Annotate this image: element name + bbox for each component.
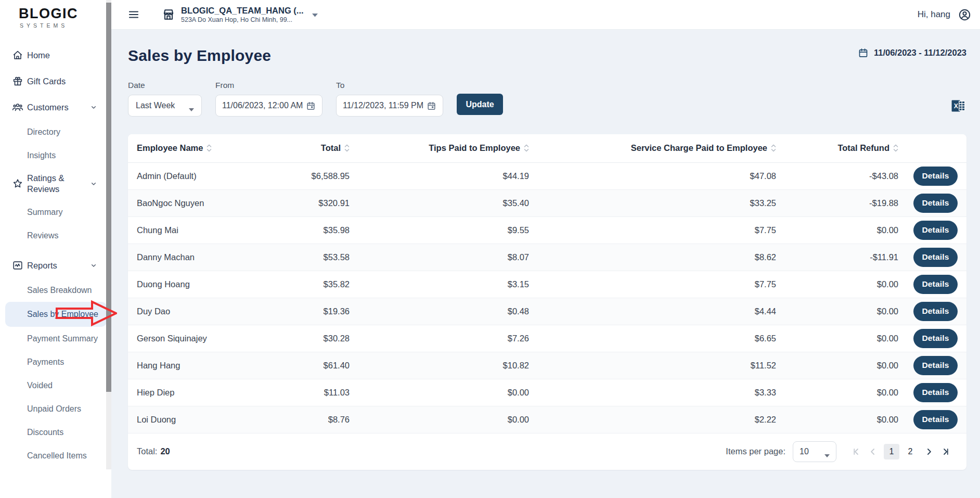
sidebar-item-reviews[interactable]: Reviews <box>0 224 111 247</box>
user-greeting: Hi, hang <box>918 9 950 20</box>
column-header-tips-paid-to-employee[interactable]: Tips Paid to Employee <box>352 134 531 162</box>
tips-cell: $44.19 <box>352 162 531 189</box>
sidebar-item-reports[interactable]: Reports <box>0 252 111 278</box>
table-body: Admin (Default)$6,588.95$44.19$47.08-$43… <box>128 162 966 433</box>
items-per-page-select[interactable]: 10 <box>793 441 836 462</box>
sidebar-item-directory[interactable]: Directory <box>0 120 111 144</box>
page-2[interactable]: 2 <box>902 444 918 459</box>
total-cell: $35.98 <box>274 216 352 244</box>
action-cell: Details <box>900 244 966 271</box>
sidebar-item-discounts[interactable]: Discounts <box>0 420 111 444</box>
details-button[interactable]: Details <box>913 221 958 240</box>
total-refund-cell: $0.00 <box>778 271 900 298</box>
export-excel-icon[interactable]: X <box>950 98 966 114</box>
details-button[interactable]: Details <box>913 356 958 375</box>
details-button[interactable]: Details <box>913 275 958 294</box>
column-header-employee-name[interactable]: Employee Name <box>128 134 274 162</box>
sidebar-item-ratings-reviews[interactable]: Ratings & Reviews <box>0 167 111 200</box>
table-row: Gerson Siquinajey$30.28$7.26$6.65$0.00De… <box>128 325 966 352</box>
caret-down-icon <box>824 450 830 453</box>
table-footer: Total: 20 Items per page: 10 12 <box>128 433 966 470</box>
to-datetime-input[interactable]: 11/12/2023, 11:59 PM <box>336 95 443 117</box>
details-button[interactable]: Details <box>913 329 958 348</box>
sort-icon[interactable] <box>524 144 529 152</box>
date-range-picker[interactable]: 11/06/2023 - 11/12/2023 <box>858 47 966 58</box>
details-button[interactable]: Details <box>913 248 958 267</box>
sidebar-item-voided[interactable]: Voided <box>0 374 111 397</box>
sidebar-item-insights[interactable]: Insights <box>0 144 111 167</box>
column-header-total[interactable]: Total <box>274 134 352 162</box>
details-button[interactable]: Details <box>913 194 958 213</box>
sidebar: BLOGIC SYSTEMS HomeGift CardsCustomersDi… <box>0 0 111 498</box>
total-cell: $53.58 <box>274 244 352 271</box>
update-button[interactable]: Update <box>457 94 503 115</box>
employee-name-cell: Chung Mai <box>128 216 274 244</box>
sidebar-item-payment-summary[interactable]: Payment Summary <box>0 327 111 350</box>
hamburger-menu-icon[interactable] <box>127 8 140 21</box>
last-page-button[interactable] <box>939 445 952 458</box>
sort-icon[interactable] <box>771 144 776 152</box>
sales-by-employee-table: Employee NameTotalTips Paid to EmployeeS… <box>128 134 966 433</box>
sidebar-item-label: Voided <box>27 381 53 390</box>
sidebar-item-sales-breakdown[interactable]: Sales Breakdown <box>0 278 111 302</box>
page-content: Sales by Employee 11/06/2023 - 11/12/202… <box>111 30 980 498</box>
main-area: BLOGIC_QA_TEAM_HANG (... 523A Do Xuan Ho… <box>111 0 980 498</box>
chevron-down-icon <box>89 261 98 270</box>
employee-name-cell: Danny Machan <box>128 244 274 271</box>
details-button[interactable]: Details <box>913 302 958 321</box>
details-button[interactable]: Details <box>913 410 958 429</box>
sidebar-item-gift-cards[interactable]: Gift Cards <box>0 68 111 94</box>
items-per-page-label: Items per page: <box>726 446 785 456</box>
sidebar-item-unpaid-orders[interactable]: Unpaid Orders <box>0 397 111 420</box>
sidebar-item-label: Sales Breakdown <box>27 286 92 295</box>
calendar-icon[interactable] <box>427 101 436 111</box>
date-range-text: 11/06/2023 - 11/12/2023 <box>874 48 966 58</box>
sidebar-scrollbar-thumb[interactable] <box>106 3 111 392</box>
details-button[interactable]: Details <box>913 167 958 186</box>
from-datetime-input[interactable]: 11/06/2023, 12:00 AM <box>215 95 323 117</box>
employee-name-cell: Admin (Default) <box>128 162 274 189</box>
column-header-label: Employee Name <box>137 143 203 153</box>
sidebar-item-customers[interactable]: Customers <box>0 94 111 120</box>
user-avatar-icon[interactable] <box>958 8 972 22</box>
sidebar-item-home[interactable]: Home <box>0 42 111 68</box>
column-header-label: Total <box>321 143 341 153</box>
report-table-card: Employee NameTotalTips Paid to EmployeeS… <box>128 134 966 470</box>
previous-page-button[interactable] <box>866 445 880 458</box>
action-cell: Details <box>900 162 966 189</box>
sidebar-item-label: Discounts <box>27 428 63 437</box>
service-charge-cell: $7.75 <box>531 271 778 298</box>
date-preset-select[interactable]: Last Week <box>128 95 202 117</box>
from-datetime-value: 11/06/2023, 12:00 AM <box>222 101 303 110</box>
sidebar-nav: HomeGift CardsCustomersDirectoryInsights… <box>0 29 111 467</box>
table-row: Duong Hoang$35.82$3.15$7.75$0.00Details <box>128 271 966 298</box>
store-selector[interactable]: BLOGIC_QA_TEAM_HANG (... 523A Do Xuan Ho… <box>162 6 318 24</box>
service-charge-cell: $3.33 <box>531 379 778 406</box>
sort-icon[interactable] <box>207 144 212 152</box>
sort-icon[interactable] <box>893 144 898 152</box>
sidebar-item-payments[interactable]: Payments <box>0 350 111 374</box>
total-refund-cell: $0.00 <box>778 325 900 352</box>
sidebar-item-label: Ratings & Reviews <box>27 173 79 194</box>
tips-cell: $8.07 <box>352 244 531 271</box>
total-refund-cell: $0.00 <box>778 298 900 325</box>
column-header-service-charge-paid-to-employee[interactable]: Service Charge Paid to Employee <box>531 134 778 162</box>
sidebar-item-summary[interactable]: Summary <box>0 200 111 224</box>
calendar-icon[interactable] <box>306 101 316 111</box>
sort-icon[interactable] <box>344 144 350 152</box>
column-header-total-refund[interactable]: Total Refund <box>778 134 900 162</box>
first-page-button[interactable] <box>849 445 863 458</box>
tips-cell: $9.55 <box>352 216 531 244</box>
tips-cell: $10.82 <box>352 352 531 379</box>
service-charge-cell: $7.75 <box>531 216 778 244</box>
total-cell: $35.82 <box>274 271 352 298</box>
sidebar-item-sales-by-employee[interactable]: Sales by Employee <box>5 302 107 327</box>
table-row: Loi Duong$8.76$0.00$2.22$0.00Details <box>128 406 966 433</box>
sidebar-item-cancelled-items[interactable]: Cancelled Items <box>0 444 111 467</box>
details-button[interactable]: Details <box>913 383 958 402</box>
chevron-down-icon <box>312 10 318 19</box>
next-page-button[interactable] <box>922 445 936 458</box>
total-refund-cell: -$19.88 <box>778 189 900 216</box>
page-numbers: 12 <box>882 444 920 459</box>
page-1[interactable]: 1 <box>884 444 899 459</box>
